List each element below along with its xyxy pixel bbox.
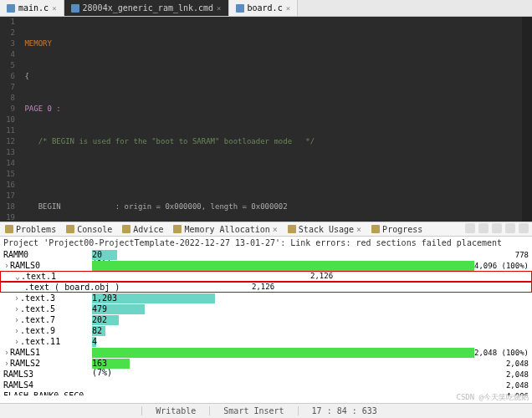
- code-area[interactable]: MEMORY { PAGE 0 : /* BEGIN is used for t…: [20, 17, 532, 222]
- tree-row[interactable]: ›RAMLS12,048 (100%): [0, 347, 532, 358]
- tab-memory[interactable]: Memory Allocation×: [168, 222, 282, 236]
- tab-progress[interactable]: Progress: [366, 222, 427, 236]
- problems-icon: [5, 225, 13, 233]
- tree-row[interactable]: ›.text.114: [0, 336, 532, 347]
- tool-icon[interactable]: [505, 223, 515, 233]
- tab-advice[interactable]: Advice: [117, 222, 168, 236]
- progress-icon: [371, 225, 380, 233]
- close-icon[interactable]: ×: [217, 4, 221, 13]
- tree-row[interactable]: ›.text.7202: [0, 314, 532, 325]
- tool-icon[interactable]: [492, 223, 502, 233]
- tool-icon[interactable]: [465, 223, 475, 233]
- editor-tabs: main.c× 28004x_generic_ram_lnk.cmd× boar…: [0, 0, 532, 17]
- code-editor[interactable]: 1234567891011121314151617181920212223242…: [0, 17, 532, 222]
- minimap[interactable]: [522, 17, 532, 222]
- tree-row[interactable]: ›RAMLS04,096 (100%): [0, 260, 532, 271]
- status-position: 17 : 84 : 633: [298, 406, 391, 415]
- tree-row[interactable]: ⌄.text.12,126: [0, 271, 532, 282]
- close-icon[interactable]: ×: [52, 4, 56, 13]
- close-icon[interactable]: ×: [273, 225, 278, 234]
- memory-icon: [173, 225, 182, 233]
- tab-stack[interactable]: Stack Usage×: [283, 222, 366, 236]
- statusbar: Writable Smart Insert 17 : 84 : 633: [0, 403, 532, 418]
- file-icon: [71, 4, 79, 13]
- watermark: CSDN @今天笑吃烧鹅: [456, 392, 529, 403]
- status-insert: Smart Insert: [209, 406, 297, 415]
- tree-row[interactable]: RAMLS42,048: [0, 380, 532, 390]
- stack-icon: [288, 225, 296, 233]
- tab-board-c[interactable]: board.c×: [229, 0, 299, 16]
- status-writable: Writable: [141, 406, 209, 415]
- tab-cmd[interactable]: 28004x_generic_ram_lnk.cmd×: [64, 0, 229, 16]
- gutter: 1234567891011121314151617181920212223242…: [0, 17, 18, 222]
- close-icon[interactable]: ×: [286, 4, 290, 13]
- console-icon: [66, 225, 74, 233]
- tree-row[interactable]: ›.text.982: [0, 325, 532, 336]
- close-icon[interactable]: ×: [356, 225, 361, 234]
- project-title: Project 'Project00-ProjectTemplate-2022-…: [0, 237, 532, 249]
- tree-row[interactable]: RAMM020 (2%)778: [0, 249, 532, 260]
- tab-problems[interactable]: Problems: [0, 222, 61, 236]
- tool-icon[interactable]: [519, 223, 529, 233]
- tree-row[interactable]: ›.text.31,203: [0, 293, 532, 303]
- advice-icon: [122, 225, 130, 233]
- tree-row[interactable]: FLASH_BANK0_SEC04,096: [0, 390, 532, 395]
- tree-row[interactable]: RAMLS32,048: [0, 369, 532, 380]
- panel-tabs: Problems Console Advice Memory Allocatio…: [0, 222, 532, 237]
- tab-console[interactable]: Console: [61, 222, 117, 236]
- memory-tree[interactable]: RAMM020 (2%)778›RAMLS04,096 (100%)⌄.text…: [0, 249, 532, 395]
- file-icon: [7, 4, 15, 13]
- tree-row[interactable]: .text ( board.obj )2,126: [0, 282, 532, 293]
- tree-row[interactable]: ›.text.5479: [0, 303, 532, 314]
- tool-icon[interactable]: [478, 223, 489, 233]
- file-icon: [236, 4, 244, 13]
- tree-row[interactable]: ›RAMLS2163 (7%)2,048: [0, 358, 532, 369]
- tab-main-c[interactable]: main.c×: [0, 0, 64, 16]
